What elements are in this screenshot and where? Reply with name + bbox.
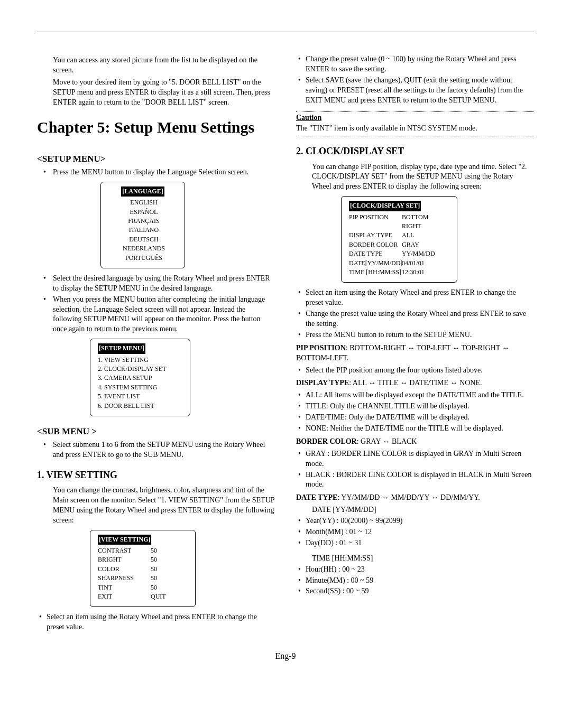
date-bullet-2: Month(MM) : 01 ~ 12 [296, 527, 534, 537]
vs-v: 50 [151, 583, 188, 592]
border-bullet-1: GRAY : BORDER LINE COLOR is displayed in… [296, 449, 534, 469]
clock-bullet-3: Press the MENU button to return to the S… [296, 330, 534, 340]
clock-bullet-1: Select an item using the Rotary Wheel an… [296, 288, 534, 308]
left-column: You can access any stored picture from t… [37, 53, 275, 636]
intro-line-2: Move to your desired item by going to "5… [53, 78, 275, 108]
border-text: : GRAY ↔ BLACK [357, 437, 417, 445]
lang-item: NEDERLANDS [110, 244, 177, 253]
cd-v: BOTTOM RIGHT [402, 213, 449, 231]
cd-v: ALL [402, 231, 449, 240]
caution-title: Caution [296, 113, 534, 123]
display-type-label: DISPLAY TYPE [296, 379, 349, 387]
cd-k: DISPLAY TYPE [349, 231, 402, 240]
setup-item: 1. VIEW SETTING [98, 356, 182, 365]
vs-k: SHARPNESS [98, 574, 151, 583]
disp-bullet-3: DATE/TIME: Only the DATE/TIME will be di… [296, 413, 534, 423]
clock-header: [CLOCK/DISPLAY SET] [349, 201, 421, 211]
vs-k: COLOR [98, 565, 151, 574]
sub-menu-bullet-1: Select submenu 1 to 6 from the SETUP MEN… [37, 440, 275, 460]
chapter-title: Chapter 5: Setup Menu Settings [37, 117, 275, 138]
border-label: BORDER COLOR [296, 437, 357, 445]
view-setting-heading: 1. VIEW SETTING [37, 469, 275, 481]
setup-menu-heading: <SETUP MENU> [37, 153, 275, 165]
time-bullet-2: Minute(MM) : 00 ~ 59 [296, 576, 534, 586]
setup-item: 5. EVENT LIST [98, 392, 182, 401]
language-header: [LANGUAGE] [121, 186, 164, 197]
cd-k: TIME [HH:MM:SS] [349, 268, 402, 277]
pip-bullet-1: Select the PIP position among the four o… [296, 366, 534, 376]
setup-menu-header: [SETUP MENU] [98, 343, 145, 353]
clock-display-box: [CLOCK/DISPLAY SET] PIP POSITIONBOTTOM R… [341, 196, 457, 283]
cd-k: DATE[YY/MM/DD] [349, 259, 402, 268]
vs-v: 50 [151, 546, 188, 555]
setup-item: 4. SYSTEM SETTING [98, 383, 182, 392]
cd-v: GRAY [402, 240, 449, 249]
setup-bullet-3: When you press the MENU button after com… [37, 295, 275, 335]
vs-v: QUIT [151, 592, 188, 601]
setup-menu-box: [SETUP MENU] 1. VIEW SETTING 2. CLOCK/DI… [90, 339, 190, 416]
disp-bullet-2: TITLE: Only the CHANNEL TITLE will be di… [296, 402, 534, 412]
top-rule [37, 32, 534, 32]
border-color-line: BORDER COLOR: GRAY ↔ BLACK [296, 437, 534, 447]
lang-item: FRANÇAIS [110, 217, 177, 226]
lang-item: PORTUGUÊS [110, 254, 177, 263]
caution-text: The "TINT" item is only available in NTS… [296, 124, 534, 134]
date-text: : YY/MM/DD ↔ MM/DD/YY ↔ DD/MM/YY. [337, 493, 480, 501]
lang-item: ENGLISH [110, 198, 177, 207]
display-type-line: DISPLAY TYPE: ALL ↔ TITLE ↔ DATE/TIME ↔ … [296, 378, 534, 388]
page-number: Eng-9 [37, 650, 534, 662]
cd-k: PIP POSITION [349, 213, 402, 231]
setup-item: 6. DOOR BELL LIST [98, 402, 182, 410]
time-sub: TIME [HH:MM:SS] [312, 554, 534, 564]
vs-v: 50 [151, 565, 188, 574]
view-setting-box: [VIEW SETTING] CONTRAST50 BRIGHT50 COLOR… [90, 530, 196, 608]
lang-item: ITALIANO [110, 226, 177, 235]
setup-item: 2. CLOCK/DISPLAY SET [98, 365, 182, 374]
language-menu-box: [LANGUAGE] ENGLISH ESPAÑOL FRANÇAIS ITAL… [100, 182, 185, 268]
right-column: Change the preset value (0 ~ 100) by usi… [296, 53, 534, 636]
view-setting-bullet-1: Select an item using the Rotary Wheel an… [37, 612, 275, 632]
cd-k: DATE TYPE [349, 249, 402, 258]
setup-item: 3. CAMERA SETUP [98, 374, 182, 382]
cd-v: 12:30:01 [402, 268, 449, 277]
date-bullet-3: Day(DD) : 01 ~ 31 [296, 538, 534, 548]
view-setting-header: [VIEW SETTING] [98, 535, 151, 545]
date-sub: DATE [YY/MM/DD] [312, 505, 534, 515]
right-bullet-1: Change the preset value (0 ~ 100) by usi… [296, 54, 534, 74]
pip-position-line: PIP POSITION: BOTTOM-RIGHT ↔ TOP-LEFT ↔ … [296, 343, 534, 363]
date-type-line: DATE TYPE: YY/MM/DD ↔ MM/DD/YY ↔ DD/MM/Y… [296, 493, 534, 503]
view-setting-intro: You can change the contrast, brightness,… [37, 486, 275, 526]
clock-heading: 2. CLOCK/DISPLAY SET [296, 145, 534, 157]
date-label: DATE TYPE [296, 493, 337, 501]
intro-line-1: You can access any stored picture from t… [53, 55, 275, 76]
right-bullet-2: Select SAVE (save the changes), QUIT (ex… [296, 76, 534, 106]
lang-item: DEUTSCH [110, 235, 177, 244]
disp-bullet-4: NONE: Neither the DATE/TIME nor the TITL… [296, 424, 534, 434]
lang-item: ESPAÑOL [110, 208, 177, 217]
disp-bullet-1: ALL: All items will be displayed except … [296, 390, 534, 400]
vs-k: EXIT [98, 592, 151, 601]
vs-k: TINT [98, 583, 151, 592]
time-bullet-1: Hour(HH) : 00 ~ 23 [296, 565, 534, 575]
cd-v: 04/01/01 [402, 259, 449, 268]
vs-k: CONTRAST [98, 546, 151, 555]
vs-k: BRIGHT [98, 555, 151, 564]
clock-intro: You can change PIP position, display typ… [296, 162, 534, 192]
date-bullet-1: Year(YY) : 00(2000) ~ 99(2099) [296, 516, 534, 526]
vs-v: 50 [151, 555, 188, 564]
vs-v: 50 [151, 574, 188, 583]
setup-bullet-1: Press the MENU button to display the Lan… [37, 167, 275, 178]
caution-box: Caution The "TINT" item is only availabl… [296, 111, 534, 136]
cd-v: YY/MM/DD [402, 249, 449, 258]
two-column-layout: You can access any stored picture from t… [37, 53, 534, 636]
clock-bullet-2: Change the preset value using the Rotary… [296, 309, 534, 329]
time-bullet-3: Second(SS) : 00 ~ 59 [296, 586, 534, 596]
display-type-text: : ALL ↔ TITLE ↔ DATE/TIME ↔ NONE. [349, 379, 482, 387]
sub-menu-heading: <SUB MENU > [37, 426, 275, 438]
cd-k: BORDER COLOR [349, 240, 402, 249]
pip-label: PIP POSITION [296, 344, 346, 352]
intro-paragraph: You can access any stored picture from t… [37, 55, 275, 107]
border-bullet-2: BLACK : BORDER LINE COLOR is displayed i… [296, 470, 534, 490]
setup-bullet-2: Select the desired language by using the… [37, 274, 275, 294]
